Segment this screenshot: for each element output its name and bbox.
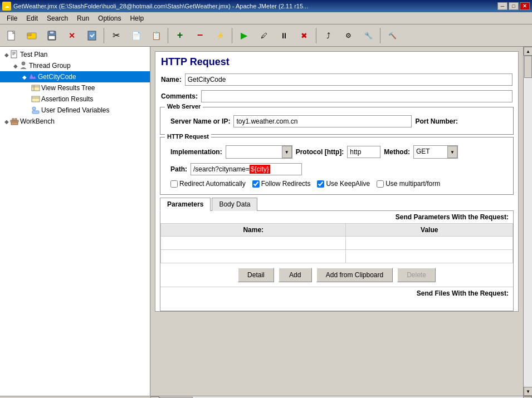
keepalive-label: Use KeepAlive xyxy=(326,180,370,188)
maximize-button[interactable]: □ xyxy=(509,2,519,10)
menu-run[interactable]: Run xyxy=(72,13,94,23)
action-buttons-row: Detail Add Add from Clipboard Delete xyxy=(160,263,513,287)
sidebar-item-view-results-tree[interactable]: View Results Tree xyxy=(0,82,150,94)
toolbar-remote-exit[interactable]: 🔧 xyxy=(359,26,378,45)
toolbar-new[interactable] xyxy=(2,26,21,45)
menu-options[interactable]: Options xyxy=(94,13,125,23)
redirect-checkbox[interactable] xyxy=(170,180,178,188)
toolbar-template[interactable]: 🔨 xyxy=(383,26,402,45)
cell-value-empty xyxy=(346,237,513,250)
sidebar-item-test-plan[interactable]: ◆ Test Plan xyxy=(0,49,150,60)
toolbar-save[interactable] xyxy=(42,26,61,45)
menu-file[interactable]: File xyxy=(2,13,22,23)
keepalive-checkbox[interactable] xyxy=(317,180,324,188)
server-row: Server Name or IP: Port Number: xyxy=(165,113,509,130)
http-request-legend: HTTP Request xyxy=(165,133,211,140)
sidebar-item-thread-group-label: Thread Group xyxy=(29,62,71,70)
svg-point-17 xyxy=(32,107,36,110)
tab-body-data[interactable]: Body Data xyxy=(212,198,257,211)
add-clipboard-button[interactable]: Add from Clipboard xyxy=(316,268,393,282)
path-input[interactable]: /search?cityname=${city} xyxy=(191,163,302,175)
sidebar-item-thread-group[interactable]: ◆ Thread Group xyxy=(0,60,150,71)
connector: ◆ xyxy=(13,63,18,69)
toolbar-add[interactable]: + xyxy=(170,26,189,45)
method-input[interactable] xyxy=(414,146,447,157)
sidebar-item-assertion-results[interactable]: Assertion Results xyxy=(0,94,150,105)
toolbar-copy[interactable]: 📄 xyxy=(126,26,145,45)
scroll-up-btn[interactable]: ▲ xyxy=(524,47,532,56)
content-wrapper: HTTP Request Name: Comments: Web Server xyxy=(150,47,532,396)
name-row: Name: xyxy=(155,71,518,88)
menu-edit[interactable]: Edit xyxy=(22,13,42,23)
multipart-checkbox[interactable] xyxy=(377,180,384,188)
port-label: Port Number: xyxy=(415,117,458,125)
path-variable: ${city} xyxy=(250,165,270,174)
toolbar-shutdown[interactable]: ✖ xyxy=(295,26,314,45)
toolbar-stop[interactable]: ⏸ xyxy=(275,26,294,45)
cell-name-empty xyxy=(161,237,346,250)
sidebar-item-test-plan-label: Test Plan xyxy=(20,51,47,58)
server-input[interactable] xyxy=(233,115,412,127)
sep3 xyxy=(232,28,232,43)
impl-dropdown[interactable]: ▼ xyxy=(226,145,292,159)
sidebar-item-user-variables[interactable]: User Defined Variables xyxy=(0,105,150,116)
main-layout: ◆ Test Plan ◆ Thread Group ◆ GetCityCode xyxy=(0,47,532,396)
method-arrow[interactable]: ▼ xyxy=(447,146,457,158)
server-label: Server Name or IP: xyxy=(170,117,230,125)
scroll-down-btn[interactable]: ▼ xyxy=(524,387,532,396)
name-label: Name: xyxy=(161,76,182,83)
protocol-input[interactable] xyxy=(347,146,380,158)
http-request-panel: HTTP Request Name: Comments: Web Server xyxy=(155,51,519,312)
add-button[interactable]: Add xyxy=(279,268,312,282)
toolbar-run[interactable]: ▶ xyxy=(235,26,253,45)
send-params-label: Send Parameters With the Request: xyxy=(160,211,513,223)
redirect-label: Redirect Automatically xyxy=(179,180,246,188)
toolbar-cut[interactable]: ✂ xyxy=(106,26,125,45)
method-dropdown[interactable]: ▼ xyxy=(413,145,458,159)
toolbar-expand[interactable]: ⚡ xyxy=(211,26,230,45)
svg-rect-5 xyxy=(48,36,55,40)
assertion-icon xyxy=(31,95,40,104)
app-icon: ☁ xyxy=(2,2,11,11)
toolbar-remote-start[interactable]: ⤴ xyxy=(319,26,338,45)
toolbar-remote-stop[interactable]: ⚙ xyxy=(339,26,358,45)
sidebar-item-user-variables-label: User Defined Variables xyxy=(41,106,110,114)
follow-checkbox-item: Follow Redirects xyxy=(252,180,311,188)
menu-search[interactable]: Search xyxy=(42,13,72,23)
comments-input[interactable] xyxy=(201,90,513,102)
toolbar: ✕ ✂ 📄 📋 + − ⚡ ▶ 🖊 ⏸ ✖ ⤴ ⚙ 🔧 🔨 xyxy=(0,24,532,47)
menu-help[interactable]: Help xyxy=(125,13,148,23)
follow-label: Follow Redirects xyxy=(261,180,311,188)
minimize-button[interactable]: ─ xyxy=(497,2,507,10)
name-input[interactable] xyxy=(185,73,513,86)
detail-button[interactable]: Detail xyxy=(238,268,274,282)
toolbar-paste[interactable]: 📋 xyxy=(147,26,165,45)
svg-rect-4 xyxy=(50,31,54,34)
sidebar-item-workbench[interactable]: ◆ WorkBench xyxy=(0,116,150,127)
toolbar-close[interactable]: ✕ xyxy=(62,26,81,45)
svg-rect-22 xyxy=(15,119,17,121)
impl-input[interactable] xyxy=(226,146,282,157)
toolbar-open[interactable] xyxy=(22,26,41,45)
close-button[interactable]: ✕ xyxy=(520,2,530,10)
table-row-empty2 xyxy=(161,250,513,263)
sidebar-item-get-city-code[interactable]: ◆ GetCityCode xyxy=(0,71,150,82)
follow-checkbox[interactable] xyxy=(252,180,260,188)
scrollbar-vertical[interactable]: ▲ ▼ xyxy=(523,47,532,396)
svg-rect-21 xyxy=(12,119,14,121)
toolbar-remove[interactable]: − xyxy=(191,26,209,45)
multipart-label: Use multipart/form xyxy=(385,180,440,188)
panel-title: HTTP Request xyxy=(155,52,518,71)
impl-arrow[interactable]: ▼ xyxy=(282,146,292,158)
delete-button[interactable]: Delete xyxy=(397,268,436,282)
scroll-track xyxy=(524,56,532,387)
title-bar: ☁ GetWeather.jmx (E:\StashFolder\huoli_2… xyxy=(0,0,532,12)
path-label: Path: xyxy=(170,165,187,173)
workbench-icon xyxy=(10,117,19,126)
scroll-thumb[interactable] xyxy=(524,56,532,78)
method-label: Method: xyxy=(384,148,410,156)
toolbar-run-nodb[interactable]: 🖊 xyxy=(255,26,274,45)
connector: ◆ xyxy=(22,74,27,80)
toolbar-save2[interactable] xyxy=(82,26,101,45)
tab-parameters[interactable]: Parameters xyxy=(160,198,211,211)
